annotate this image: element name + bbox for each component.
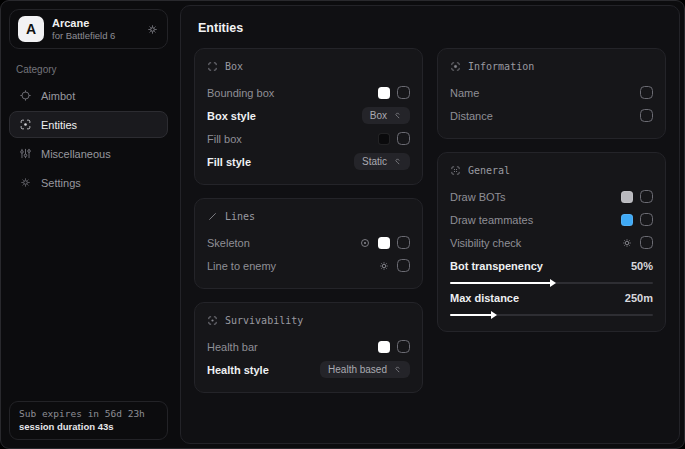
setting-row-fill-box: Fill box — [207, 127, 410, 150]
sidebar-item-miscellaneous[interactable]: Miscellaneous — [9, 140, 168, 167]
slider-thumb[interactable] — [491, 311, 497, 319]
dropdown-value: Health based — [328, 364, 387, 375]
draw-bots-checkbox[interactable] — [640, 190, 653, 203]
left-column: Box Bounding box Box style Box — [194, 48, 423, 393]
card-title: Box — [225, 61, 243, 72]
app-window: A Arcane for Battlefield 6 Category Aimb… — [0, 0, 685, 449]
setting-label: Visibility check — [450, 237, 521, 249]
config-icon[interactable] — [359, 237, 371, 249]
sidebar-nav: Aimbot Entities Miscellaneous Settings — [9, 82, 168, 196]
setting-label: Bounding box — [207, 87, 274, 99]
sub-expiry-text: Sub expires in 56d 23h — [19, 408, 158, 419]
entities-icon — [19, 118, 32, 131]
chevron-updown-icon — [393, 365, 402, 374]
category-label: Category — [16, 64, 161, 75]
health-bar-checkbox[interactable] — [397, 340, 410, 353]
max-distance-slider-group: Max distance 250m — [450, 289, 653, 316]
setting-row-visibility-check: Visibility check — [450, 231, 653, 254]
card-title: General — [468, 165, 510, 176]
bounding-box-checkbox[interactable] — [397, 86, 410, 99]
diagonal-line-icon — [207, 211, 218, 222]
sliders-icon — [19, 147, 32, 160]
survivability-card: Survivability Health bar Health style He… — [194, 302, 423, 393]
gear-icon[interactable] — [146, 23, 159, 36]
crosshair-icon — [19, 89, 32, 102]
page-title: Entities — [198, 21, 662, 35]
information-card: Information Name Distance — [437, 48, 666, 139]
color-swatch[interactable] — [621, 214, 633, 226]
app-header: A Arcane for Battlefield 6 — [9, 9, 168, 49]
slider-thumb[interactable] — [550, 279, 556, 287]
app-subtitle: for Battlefield 6 — [52, 30, 115, 41]
skeleton-checkbox[interactable] — [397, 236, 410, 249]
color-swatch[interactable] — [378, 87, 390, 99]
setting-row-box-style: Box style Box — [207, 104, 410, 127]
setting-row-draw-bots: Draw BOTs — [450, 185, 653, 208]
slider-value: 250m — [625, 292, 653, 304]
gear-icon[interactable] — [621, 237, 633, 249]
session-duration-text: session duration 43s — [19, 421, 158, 432]
setting-row-draw-teammates: Draw teammates — [450, 208, 653, 231]
color-swatch[interactable] — [378, 133, 390, 145]
color-swatch[interactable] — [378, 341, 390, 353]
setting-row-line-to-enemy: Line to enemy — [207, 254, 410, 277]
draw-teammates-checkbox[interactable] — [640, 213, 653, 226]
right-column: Information Name Distance — [437, 48, 666, 332]
chevron-updown-icon — [393, 111, 402, 120]
information-icon — [450, 61, 461, 72]
name-checkbox[interactable] — [640, 86, 653, 99]
subscription-status: Sub expires in 56d 23h session duration … — [9, 401, 168, 440]
max-distance-slider[interactable] — [450, 314, 653, 316]
sidebar: A Arcane for Battlefield 6 Category Aimb… — [1, 1, 176, 448]
app-name: Arcane — [52, 17, 115, 29]
setting-row-name: Name — [450, 81, 653, 104]
sidebar-item-settings[interactable]: Settings — [9, 169, 168, 196]
color-swatch[interactable] — [378, 237, 390, 249]
setting-label: Draw BOTs — [450, 191, 506, 203]
setting-label: Name — [450, 87, 479, 99]
setting-label: Max distance — [450, 292, 519, 304]
setting-label: Health bar — [207, 341, 258, 353]
setting-label: Draw teammates — [450, 214, 533, 226]
survivability-icon — [207, 315, 218, 326]
color-swatch[interactable] — [621, 191, 633, 203]
gear-icon — [19, 176, 32, 189]
gear-icon[interactable] — [378, 260, 390, 272]
fill-box-checkbox[interactable] — [397, 132, 410, 145]
bot-transparency-slider-group: Bot transpenency 50% — [450, 257, 653, 284]
setting-label: Distance — [450, 110, 493, 122]
dropdown-value: Static — [362, 156, 387, 167]
setting-label: Fill style — [207, 156, 251, 168]
visibility-check-checkbox[interactable] — [640, 236, 653, 249]
box-style-dropdown[interactable]: Box — [362, 107, 410, 124]
card-title: Lines — [225, 211, 255, 222]
setting-label: Fill box — [207, 133, 242, 145]
bot-transparency-slider[interactable] — [450, 282, 653, 284]
sidebar-item-label: Settings — [41, 177, 81, 189]
distance-checkbox[interactable] — [640, 109, 653, 122]
dropdown-value: Box — [370, 110, 387, 121]
setting-label: Line to enemy — [207, 260, 276, 272]
box-card: Box Bounding box Box style Box — [194, 48, 423, 185]
sidebar-item-aimbot[interactable]: Aimbot — [9, 82, 168, 109]
setting-label: Bot transpenency — [450, 260, 543, 272]
box-icon — [207, 61, 218, 72]
sidebar-item-label: Miscellaneous — [41, 148, 111, 160]
app-title-block: Arcane for Battlefield 6 — [52, 17, 115, 41]
card-title: Information — [468, 61, 534, 72]
setting-label: Health style — [207, 364, 269, 376]
sidebar-item-label: Aimbot — [41, 90, 75, 102]
app-logo: A — [18, 16, 44, 42]
setting-row-distance: Distance — [450, 104, 653, 127]
health-style-dropdown[interactable]: Health based — [320, 361, 410, 378]
card-title: Survivability — [225, 315, 303, 326]
setting-row-skeleton: Skeleton — [207, 231, 410, 254]
setting-label: Skeleton — [207, 237, 250, 249]
general-icon — [450, 165, 461, 176]
sidebar-item-label: Entities — [41, 119, 77, 131]
line-to-enemy-checkbox[interactable] — [397, 259, 410, 272]
fill-style-dropdown[interactable]: Static — [354, 153, 410, 170]
setting-row-bounding-box: Bounding box — [207, 81, 410, 104]
sidebar-item-entities[interactable]: Entities — [9, 111, 168, 138]
setting-label: Box style — [207, 110, 256, 122]
